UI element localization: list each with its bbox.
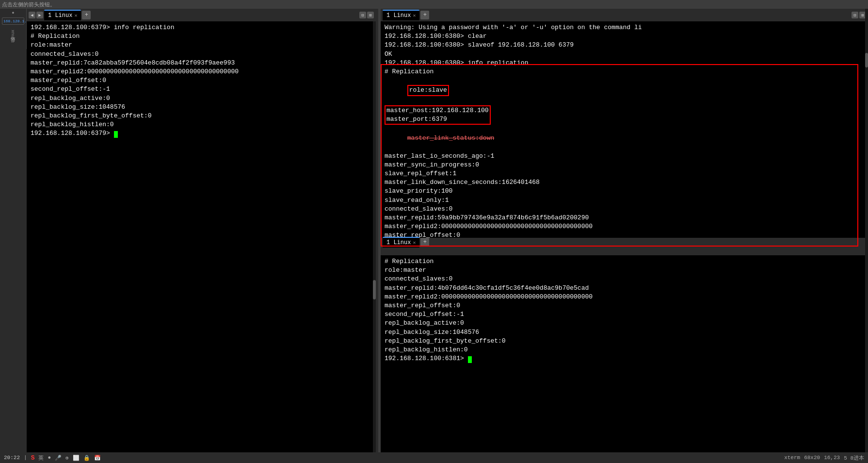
left-tab-linux[interactable]: 1 Linux ✕ [44,10,81,20]
left-terminal-content[interactable]: 192.168.128.100:6379> info replication #… [27,21,376,452]
terminal-line: repl_backlog_size:1048576 [31,103,372,112]
terminal-line-role-slave: role:slave [385,76,864,105]
terminal-line: 192.168.128.100:6379> info replication [31,23,372,32]
right-bottom-tab-linux[interactable]: 1 Linux ✕ [383,237,419,248]
status-app: 5 8进本 [844,454,864,462]
terminal-line: slave_repl_offset:1 [385,169,864,178]
right-top-terminal-pane: 1 Linux ✕ + ⊟ ⊞ Warning: Using a passwor… [381,9,868,247]
right-bottom-tab-close[interactable]: ✕ [413,240,416,246]
terminal-line: second_repl_offset:-1 [31,85,372,94]
status-right-section: xterm 68x20 16,23 5 8进本 [784,454,864,462]
right-top-tab-close[interactable]: ✕ [413,13,416,18]
left-tab-next[interactable]: ▶ [36,12,43,18]
terminal-line: connected_slaves:0 [385,205,864,214]
left-tab-close[interactable]: ✕ [74,13,77,18]
status-pos: 16,23 [824,455,840,461]
left-split-btn[interactable]: ⊟ [359,12,366,18]
terminal-line: slave_priority:100 [385,187,864,196]
right-top-split-btn[interactable]: ⊟ [852,12,858,18]
status-download: ⊕ [65,455,69,461]
master-info-highlight: master_host:192.168.128.100 master_port:… [385,105,491,125]
status-clipboard: ⬜ [73,455,80,461]
terminal-line: # Replication [385,257,864,266]
sidebar-server-ip: 168.128.1... [3,19,23,23]
terminal-line: master_repl_offset:0 [385,301,864,310]
status-lang: 英 [38,454,44,462]
terminal-line: repl_backlog_active:0 [385,319,864,328]
right-bottom-tab-bar: 1 Linux ✕ + [381,238,868,247]
terminal-line: connected_slaves:0 [31,50,372,59]
cursor [114,131,118,138]
terminal-line: master_replid:7ca82abba59f25604e8cdb08a4… [31,59,372,67]
cursor-bottom [468,356,472,363]
left-tab-bar: ◀ ▶ 1 Linux ✕ + ⊟ ⊞ [27,9,376,21]
status-divider: | [24,455,27,461]
terminal-line: 192.168.128.100:6380> info replication [385,59,864,67]
terminal-line: role:master [31,41,372,50]
status-bar: 20:22 | S 英 ● 🎤 ⊕ ⬜ 🔒 📅 xterm 68x20 16,2… [0,452,868,463]
terminal-line-master-port: master_port:6379 [386,115,489,124]
right-top-tab-linux[interactable]: 1 Linux ✕ [383,10,419,20]
terminal-line: OK [385,50,864,59]
terminal-line: repl_backlog_active:0 [31,94,372,103]
right-bottom-tab-label: 1 Linux [386,239,411,246]
sidebar-label: 站远运 Linux [8,28,18,47]
terminal-line: master_last_io_seconds_ago:-1 [385,152,864,161]
terminal-line: repl_backlog_first_byte_offset:0 [31,112,372,120]
terminal-line: repl_backlog_size:1048576 [385,328,864,337]
terminal-line: repl_backlog_histlen:0 [385,346,864,354]
terminal-line: master_sync_in_progress:0 [385,161,864,169]
right-top-terminal-content[interactable]: Warning: Using a password with '-a' or '… [381,21,868,247]
terminal-line: master_repl_offset:0 [31,76,372,85]
top-bar: 点击左侧的箭头按钮。 [0,0,868,9]
left-tab-add[interactable]: + [82,11,91,19]
right-bottom-terminal-content[interactable]: # Replication role:master connected_slav… [381,255,868,452]
terminal-line-master-host: master_host:192.168.128.100 [386,106,489,115]
status-time: 20:22 [4,455,20,461]
right-bottom-tab-add[interactable]: + [420,238,429,247]
left-tab-prev[interactable]: ◀ [29,12,35,18]
terminal-line: master_replid:4b076dd64c30cfa1df5c36f4ee… [385,284,864,293]
terminal-line-link-status: master_link_status:down [385,125,864,152]
terminal-line: master_replid2:0000000000000000000000000… [385,222,864,231]
left-fullscreen-btn[interactable]: ⊞ [367,12,374,18]
terminal-line: slave_read_only:1 [385,196,864,205]
top-bar-text: 点击左侧的箭头按钮。 [2,1,55,8]
terminal-line: master_link_down_since_seconds:162640146… [385,178,864,187]
left-scrollbar[interactable] [373,21,376,452]
horizontal-divider: 1 Linux ✕ + [381,238,868,247]
left-scrollbar-thumb[interactable] [373,280,376,299]
status-calendar: 📅 [94,455,101,461]
terminal-line: connected_slaves:0 [385,275,864,283]
terminal-warning-line: Warning: Using a password with '-a' or '… [385,23,864,32]
left-terminal-pane: ◀ ▶ 1 Linux ✕ + ⊟ ⊞ 192.168.128.100:6379… [27,9,376,452]
terminal-line: master_replid2:0000000000000000000000000… [385,293,864,301]
sidebar-server[interactable]: 168.128.1... [2,17,24,25]
master-link-status-text: master_link_status:down [407,134,494,142]
right-top-tab-add[interactable]: + [420,11,429,19]
right-top-tab-right-buttons: ⊟ ⊞ [852,12,866,18]
right-bottom-terminal-pane: # Replication role:master connected_slav… [381,255,868,452]
terminal-prompt-line-bottom: 192.168.128.100:6381> [385,354,864,363]
terminal-line: master_replid:59a9bb797436e9a32af874b6c9… [385,214,864,222]
status-lock: 🔒 [83,455,90,461]
terminal-line: second_repl_offset:-1 [385,310,864,319]
right-edge-scrollbar[interactable] [865,9,868,452]
left-tab-label: 1 Linux [48,12,72,19]
terminal-clear-line: 192.168.128.100:6380> clear [385,32,864,41]
status-size: 68x20 [804,455,820,461]
terminal-line: # Replication [385,67,864,76]
right-top-tab-bar: 1 Linux ✕ + ⊟ ⊞ [381,9,868,21]
terminal-line: 192.168.128.100:6380> slaveof 192.168.12… [385,41,864,50]
status-dot: ● [48,455,51,461]
status-sogou-icon[interactable]: S [31,454,35,462]
role-slave-highlight: role:slave [407,85,449,96]
right-edge-scrollbar-thumb[interactable] [865,53,868,67]
terminal-line: repl_backlog_first_byte_offset:0 [385,337,864,346]
terminal-line: role:master [385,266,864,275]
left-tab-right-buttons: ⊟ ⊞ [359,12,374,18]
terminal-prompt-line: 192.168.128.100:6379> [31,129,372,138]
terminal-line: # Replication [31,32,372,41]
status-mic[interactable]: 🎤 [55,455,62,461]
terminal-line: repl_backlog_histlen:0 [31,120,372,129]
